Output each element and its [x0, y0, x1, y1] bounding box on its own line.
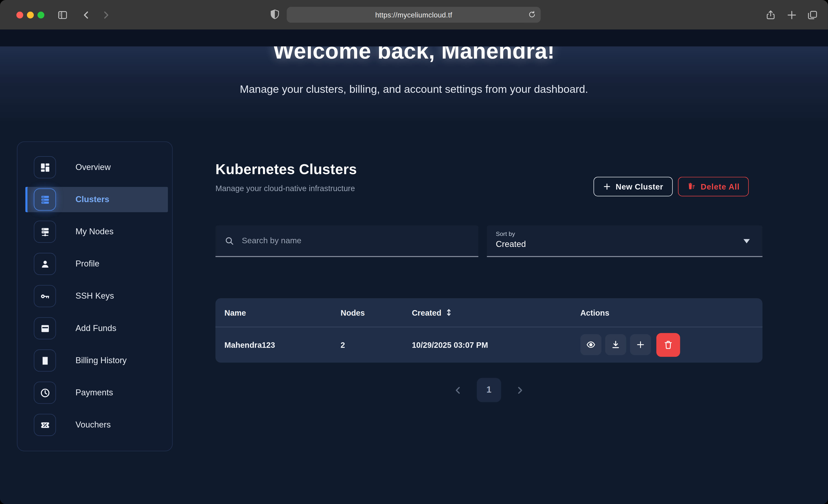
search-field[interactable]: [215, 225, 478, 257]
server-stack-icon: [34, 188, 56, 211]
view-cluster-button[interactable]: [580, 334, 602, 355]
reload-icon[interactable]: [528, 10, 536, 18]
cluster-nodes-cell: 2: [341, 340, 412, 349]
clusters-header: Kubernetes Clusters Manage your cloud-na…: [215, 162, 357, 193]
eye-icon: [586, 340, 595, 349]
person-icon: [34, 253, 56, 275]
sidebar-item-label: Overview: [76, 163, 111, 172]
sidebar-item-profile[interactable]: Profile: [25, 251, 168, 277]
sidebar-item-ssh-keys[interactable]: SSH Keys: [25, 284, 168, 309]
receipt-icon: [34, 349, 56, 372]
sidebar-item-label: Vouchers: [76, 420, 111, 429]
address-bar[interactable]: https://myceliumcloud.tf: [287, 7, 541, 23]
welcome-subtitle: Manage your clusters, billing, and accou…: [0, 83, 828, 95]
sort-by-label: Sort by: [496, 230, 515, 237]
hero-header: Welcome back, Mahendra!: [0, 46, 828, 84]
sidebar-item-billing-history[interactable]: Billing History: [25, 348, 168, 373]
sidebar-item-payments[interactable]: Payments: [25, 380, 168, 405]
sidebar-item-label: My Nodes: [76, 227, 114, 237]
new-cluster-label: New Cluster: [616, 182, 663, 191]
zoom-window-button[interactable]: [37, 12, 44, 18]
download-icon: [611, 340, 620, 349]
nodes-icon: [34, 220, 56, 243]
search-icon: [224, 236, 235, 246]
privacy-shield-icon[interactable]: [270, 9, 280, 20]
add-node-button[interactable]: [630, 334, 651, 355]
plus-icon: [603, 183, 611, 191]
table-row: Mahendra123 2 10/29/2025 03:07 PM: [215, 327, 762, 362]
column-header-actions: Actions: [580, 308, 762, 317]
cluster-created-cell: 10/29/2025 03:07 PM: [412, 340, 580, 349]
cluster-actions: New Cluster Delete All: [593, 177, 749, 197]
forward-icon[interactable]: [101, 10, 110, 19]
tab-overview-icon[interactable]: [807, 9, 818, 20]
column-header-created[interactable]: Created: [412, 308, 580, 317]
dashboard-page: Welcome back, Mahendra! Manage your clus…: [0, 30, 828, 504]
next-page-button[interactable]: [515, 385, 525, 394]
table-header-row: Name Nodes Created Actions: [215, 298, 762, 327]
delete-all-button[interactable]: Delete All: [678, 177, 748, 197]
browser-window: https://myceliumcloud.tf: [0, 0, 828, 504]
page-title: Kubernetes Clusters: [215, 162, 357, 178]
key-icon: [34, 285, 56, 307]
sidebar-item-overview[interactable]: Overview: [25, 155, 168, 180]
welcome-title: Welcome back, Mahendra!: [0, 46, 828, 64]
new-tab-icon[interactable]: [786, 9, 797, 20]
sidebar-item-my-nodes[interactable]: My Nodes: [25, 219, 168, 244]
clusters-table: Name Nodes Created Actions Mahendra123 2…: [215, 298, 762, 363]
chevron-down-icon: [743, 239, 750, 243]
delete-all-label: Delete All: [701, 182, 740, 191]
sort-selected-value: Created: [496, 240, 526, 249]
chevron-left-icon: [454, 385, 463, 394]
sidebar-item-label: Profile: [76, 259, 99, 268]
search-input[interactable]: [241, 236, 479, 246]
sidebar-item-label: Add Funds: [76, 324, 117, 333]
new-cluster-button[interactable]: New Cluster: [593, 177, 673, 197]
page-top-strip: [0, 30, 828, 47]
column-header-nodes: Nodes: [341, 308, 412, 317]
download-kubeconfig-button[interactable]: [605, 334, 626, 355]
screen: https://myceliumcloud.tf: [0, 0, 828, 504]
sidebar-toggle-icon[interactable]: [57, 9, 68, 20]
sidebar-item-label: Payments: [76, 388, 113, 397]
chevron-right-icon: [515, 385, 525, 394]
wallet-icon: [34, 317, 56, 339]
minimize-window-button[interactable]: [27, 12, 34, 18]
share-icon[interactable]: [765, 9, 776, 20]
trash-icon: [663, 340, 673, 350]
sort-updown-icon: [446, 308, 452, 317]
dashboard-icon: [34, 156, 56, 178]
clock-icon: [34, 382, 56, 404]
page-number-button[interactable]: 1: [477, 378, 501, 402]
plus-icon: [636, 340, 645, 349]
sidebar: Overview Clusters: [17, 141, 173, 451]
browser-toolbar: https://myceliumcloud.tf: [0, 0, 828, 30]
page-subtitle: Manage your cloud-native infrastructure: [215, 184, 357, 193]
sidebar-item-label: Clusters: [76, 195, 110, 204]
sidebar-item-vouchers[interactable]: Vouchers: [25, 412, 168, 437]
sidebar-item-clusters[interactable]: Clusters: [25, 187, 168, 212]
column-header-name: Name: [224, 308, 341, 317]
back-icon[interactable]: [82, 10, 91, 19]
url-text: https://myceliumcloud.tf: [375, 11, 452, 18]
delete-sweep-icon: [687, 182, 696, 191]
sidebar-item-label: Billing History: [76, 356, 127, 365]
ticket-icon: [34, 414, 56, 436]
pagination: 1: [215, 378, 762, 402]
cluster-name-cell: Mahendra123: [224, 340, 341, 349]
previous-page-button[interactable]: [454, 385, 463, 394]
sort-dropdown[interactable]: Sort by Created: [487, 225, 762, 257]
delete-cluster-button[interactable]: [656, 333, 680, 356]
row-actions: [580, 333, 762, 356]
sidebar-item-label: SSH Keys: [76, 291, 114, 301]
sidebar-item-add-funds[interactable]: Add Funds: [25, 316, 168, 341]
close-window-button[interactable]: [16, 12, 23, 18]
